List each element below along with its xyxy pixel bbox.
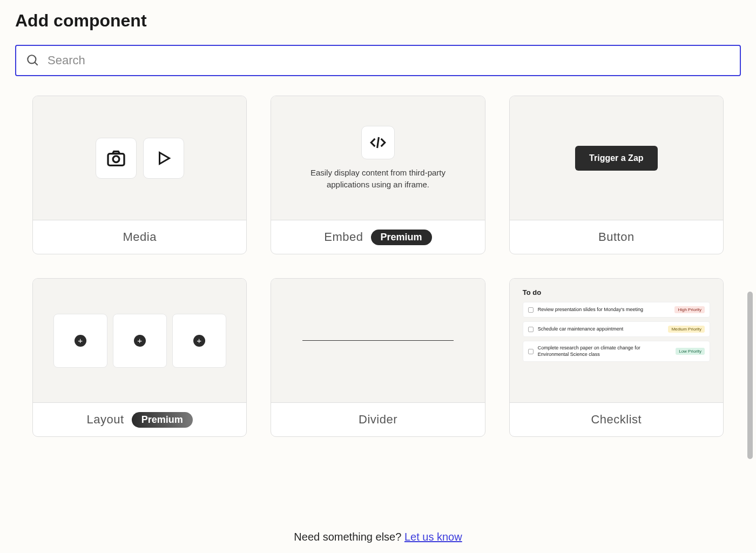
svg-point-3 (113, 156, 119, 162)
search-input[interactable] (48, 53, 730, 68)
checklist-preview: To do Review presentation slides for Mon… (510, 279, 723, 403)
component-card-embed[interactable]: Easily display content from third-party … (271, 96, 485, 254)
button-preview: Trigger a Zap (510, 96, 723, 220)
premium-badge: Premium (371, 230, 432, 245)
card-label: Divider (359, 413, 397, 427)
code-icon (361, 126, 395, 159)
trigger-zap-button: Trigger a Zap (575, 146, 657, 171)
checkbox-icon (528, 349, 534, 354)
card-label: Layout (87, 413, 124, 427)
camera-icon (96, 138, 137, 179)
plus-icon: + (134, 335, 146, 347)
layout-preview: + + + (33, 279, 246, 403)
embed-description: Easily display content from third-party … (302, 167, 454, 191)
play-icon (143, 138, 184, 179)
svg-point-0 (28, 55, 36, 63)
search-icon (26, 53, 40, 68)
plus-icon: + (75, 335, 86, 347)
priority-badge: Low Priority (676, 348, 705, 355)
svg-line-5 (377, 137, 379, 148)
footer-prompt: Need something else? (294, 531, 404, 543)
todo-item: Complete research paper on climate chang… (523, 341, 710, 362)
divider-line-icon (302, 340, 454, 341)
component-card-media[interactable]: Media (32, 96, 247, 254)
search-box[interactable] (15, 45, 741, 76)
component-card-button[interactable]: Trigger a Zap Button (509, 96, 724, 254)
scrollbar[interactable] (747, 292, 753, 459)
priority-badge: Medium Priority (668, 326, 705, 333)
layout-column: + (113, 314, 167, 368)
todo-item: Schedule car maintenance appointment Med… (523, 321, 710, 337)
components-grid: Media Easily display content from third-… (15, 96, 741, 516)
svg-marker-4 (159, 152, 169, 164)
card-label: Checklist (591, 413, 642, 427)
embed-preview: Easily display content from third-party … (271, 96, 484, 220)
svg-line-1 (35, 62, 37, 65)
checkbox-icon (528, 327, 534, 332)
card-label: Embed (324, 230, 363, 244)
component-card-checklist[interactable]: To do Review presentation slides for Mon… (509, 278, 724, 437)
footer: Need something else? Let us know (15, 516, 741, 553)
premium-badge: Premium (132, 412, 193, 428)
plus-icon: + (193, 335, 205, 347)
page-title: Add component (15, 11, 741, 31)
let-us-know-link[interactable]: Let us know (404, 531, 462, 543)
priority-badge: High Priority (674, 306, 705, 313)
card-label: Media (123, 230, 156, 244)
todo-title: To do (523, 288, 710, 296)
component-card-layout[interactable]: + + + Layout Premium (32, 278, 247, 437)
media-preview (33, 96, 246, 220)
card-label: Button (598, 230, 634, 244)
component-card-divider[interactable]: Divider (271, 278, 485, 437)
checkbox-icon (528, 307, 534, 313)
divider-preview (271, 279, 484, 403)
layout-column: + (172, 314, 226, 368)
layout-column: + (53, 314, 107, 368)
todo-item: Review presentation slides for Monday's … (523, 302, 710, 318)
